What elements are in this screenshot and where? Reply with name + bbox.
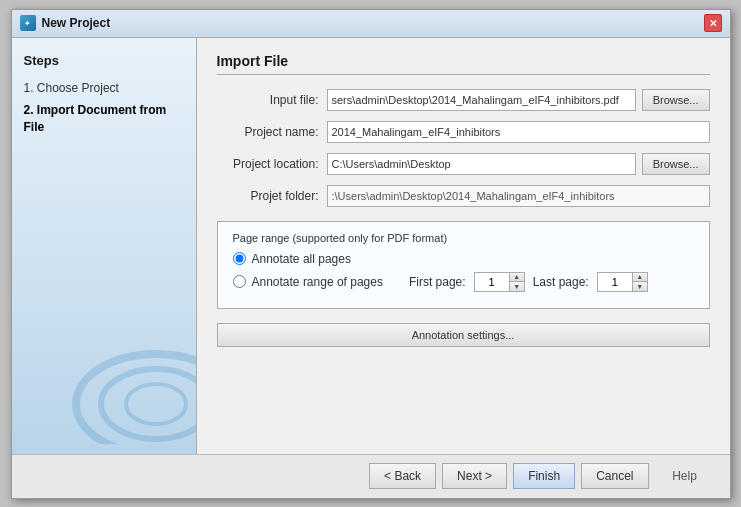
close-button[interactable]: ✕ xyxy=(704,14,722,32)
title-bar: New Project ✕ xyxy=(12,10,730,38)
input-file-label: Input file: xyxy=(217,93,327,107)
dialog-title: New Project xyxy=(42,16,111,30)
first-page-label: First page: xyxy=(409,275,466,289)
footer: < Back Next > Finish Cancel Help xyxy=(12,454,730,498)
annotation-settings-button[interactable]: Annotation settings... xyxy=(217,323,710,347)
section-title: Import File xyxy=(217,53,710,75)
sidebar: Steps 1. Choose Project 2. Import Docume… xyxy=(12,38,197,454)
steps-list: 1. Choose Project 2. Import Document fro… xyxy=(24,80,184,136)
dialog-window: New Project ✕ Steps 1. Choose Project 2.… xyxy=(11,9,731,499)
help-button[interactable]: Help xyxy=(655,463,715,489)
radio-all-pages[interactable] xyxy=(233,252,246,265)
first-page-down[interactable]: ▼ xyxy=(510,282,524,291)
first-page-input[interactable] xyxy=(474,272,509,292)
page-range-controls: First page: ▲ ▼ Last page: xyxy=(409,272,648,292)
first-page-up[interactable]: ▲ xyxy=(510,273,524,282)
project-name-field[interactable] xyxy=(327,121,710,143)
title-bar-left: New Project xyxy=(20,15,111,31)
app-icon xyxy=(20,15,36,31)
page-range-title: Page range (supported only for PDF forma… xyxy=(233,232,694,244)
page-range-box: Page range (supported only for PDF forma… xyxy=(217,221,710,309)
radio-range-pages-label[interactable]: Annotate range of pages xyxy=(252,275,383,289)
browse-button-2[interactable]: Browse... xyxy=(642,153,710,175)
cancel-button[interactable]: Cancel xyxy=(581,463,648,489)
project-name-label: Project name: xyxy=(217,125,327,139)
sidebar-logo xyxy=(56,344,196,444)
last-page-label: Last page: xyxy=(533,275,589,289)
project-location-field[interactable] xyxy=(327,153,636,175)
radio-all-pages-row: Annotate all pages xyxy=(233,252,694,266)
project-folder-label: Projet folder: xyxy=(217,189,327,203)
step-1: 1. Choose Project xyxy=(24,80,184,97)
project-location-row: Project location: Browse... xyxy=(217,153,710,175)
project-folder-row: Projet folder: xyxy=(217,185,710,207)
browse-button-1[interactable]: Browse... xyxy=(642,89,710,111)
last-page-input[interactable] xyxy=(597,272,632,292)
first-page-spinner: ▲ ▼ xyxy=(474,272,525,292)
radio-range-pages[interactable] xyxy=(233,275,246,288)
input-file-row: Input file: Browse... xyxy=(217,89,710,111)
svg-point-0 xyxy=(76,354,196,444)
next-button[interactable]: Next > xyxy=(442,463,507,489)
back-button[interactable]: < Back xyxy=(369,463,436,489)
svg-point-2 xyxy=(126,384,186,424)
project-location-label: Project location: xyxy=(217,157,327,171)
last-page-up[interactable]: ▲ xyxy=(633,273,647,282)
input-file-field[interactable] xyxy=(327,89,636,111)
svg-point-1 xyxy=(101,369,196,439)
finish-button[interactable]: Finish xyxy=(513,463,575,489)
radio-range-row: Annotate range of pages First page: ▲ ▼ … xyxy=(233,272,694,292)
last-page-spinner: ▲ ▼ xyxy=(597,272,648,292)
step-2: 2. Import Document from File xyxy=(24,102,184,136)
last-page-down[interactable]: ▼ xyxy=(633,282,647,291)
project-folder-field[interactable] xyxy=(327,185,710,207)
sidebar-heading: Steps xyxy=(24,53,184,68)
main-panel: Import File Input file: Browse... Projec… xyxy=(197,38,730,454)
radio-all-pages-label[interactable]: Annotate all pages xyxy=(252,252,351,266)
content-area: Steps 1. Choose Project 2. Import Docume… xyxy=(12,38,730,454)
project-name-row: Project name: xyxy=(217,121,710,143)
